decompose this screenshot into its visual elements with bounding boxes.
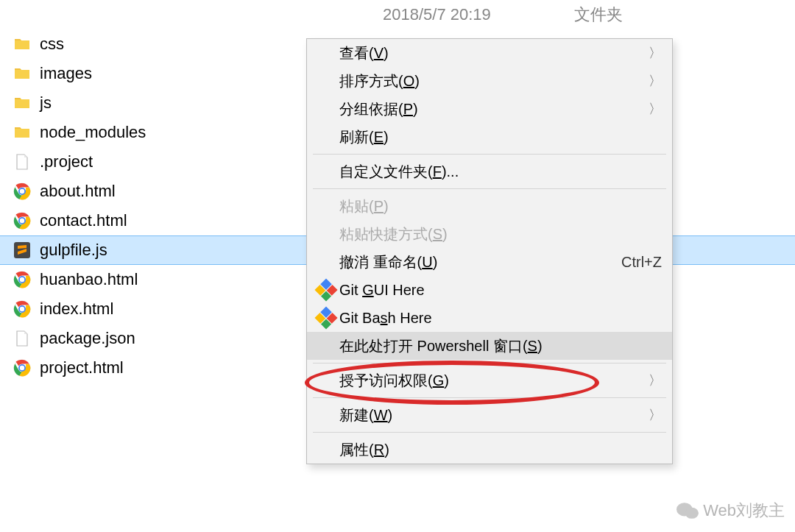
menu-undo-rename[interactable]: 撤消 重命名(U) Ctrl+Z xyxy=(307,248,672,276)
watermark-text: Web刘教主 xyxy=(703,500,785,522)
header-date: 2018/5/7 20:19 xyxy=(383,5,574,24)
svg-point-5 xyxy=(20,219,24,223)
menu-refresh[interactable]: 刷新(E) xyxy=(307,123,672,151)
context-menu: 查看(V) 〉 排序方式(O) 〉 分组依据(P) 〉 刷新(E) 自定义文件夹… xyxy=(306,38,673,464)
menu-group[interactable]: 分组依据(P) 〉 xyxy=(307,95,672,123)
menu-separator xyxy=(313,432,666,433)
file-icon xyxy=(13,330,31,347)
svg-point-2 xyxy=(20,189,24,194)
wechat-icon xyxy=(676,501,699,520)
file-icon xyxy=(13,153,31,171)
git-icon xyxy=(314,306,337,329)
shortcut-label: Ctrl+Z xyxy=(621,254,662,271)
menu-separator xyxy=(313,154,666,155)
menu-customize-folder[interactable]: 自定义文件夹(F)... xyxy=(307,157,672,185)
chrome-icon xyxy=(13,359,31,377)
menu-git-gui[interactable]: Git GUI Here xyxy=(307,276,672,304)
watermark: Web刘教主 xyxy=(676,500,785,522)
git-icon xyxy=(314,278,337,301)
menu-new[interactable]: 新建(W) 〉 xyxy=(307,401,672,429)
chrome-icon xyxy=(13,212,31,230)
folder-icon xyxy=(13,94,31,112)
menu-paste-shortcut: 粘贴快捷方式(S) xyxy=(307,220,672,248)
header-row: 2018/5/7 20:19 文件夹 xyxy=(0,0,795,29)
chevron-right-icon: 〉 xyxy=(643,372,662,389)
chevron-right-icon: 〉 xyxy=(643,406,662,424)
chrome-icon xyxy=(13,271,31,288)
chrome-icon xyxy=(13,182,31,200)
menu-view[interactable]: 查看(V) 〉 xyxy=(307,39,672,67)
svg-point-15 xyxy=(20,366,24,370)
svg-point-9 xyxy=(20,277,24,282)
folder-icon xyxy=(13,124,31,141)
menu-sort[interactable]: 排序方式(O) 〉 xyxy=(307,67,672,95)
menu-open-powershell[interactable]: 在此处打开 Powershell 窗口(S) xyxy=(307,332,672,360)
folder-icon xyxy=(13,65,31,82)
svg-point-12 xyxy=(20,307,24,311)
header-type: 文件夹 xyxy=(574,4,795,26)
menu-properties[interactable]: 属性(R) xyxy=(307,436,672,464)
folder-icon xyxy=(13,35,31,53)
chevron-right-icon: 〉 xyxy=(643,100,662,118)
chevron-right-icon: 〉 xyxy=(643,72,662,90)
svg-point-17 xyxy=(685,508,699,519)
chrome-icon xyxy=(13,300,31,318)
menu-separator xyxy=(313,397,666,398)
menu-separator xyxy=(313,188,666,189)
menu-separator xyxy=(313,363,666,363)
chevron-right-icon: 〉 xyxy=(643,44,662,62)
menu-paste: 粘贴(P) xyxy=(307,192,672,220)
sublime-icon xyxy=(13,241,31,259)
menu-grant-access[interactable]: 授予访问权限(G) 〉 xyxy=(307,366,672,394)
menu-git-bash[interactable]: Git Bash Here xyxy=(307,304,672,332)
